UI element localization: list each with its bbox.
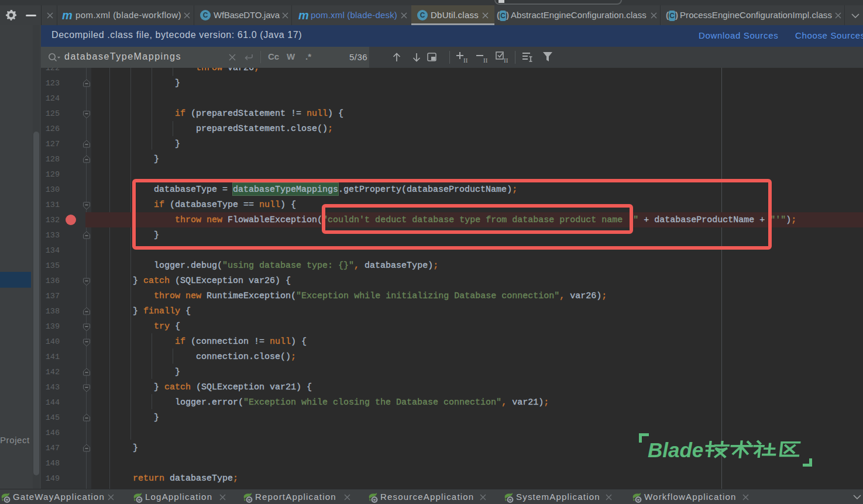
svg-text:II: II: [463, 57, 468, 63]
svg-text:II: II: [483, 57, 488, 63]
svg-text:Blade: Blade: [648, 439, 703, 461]
svg-text:II: II: [504, 57, 508, 63]
